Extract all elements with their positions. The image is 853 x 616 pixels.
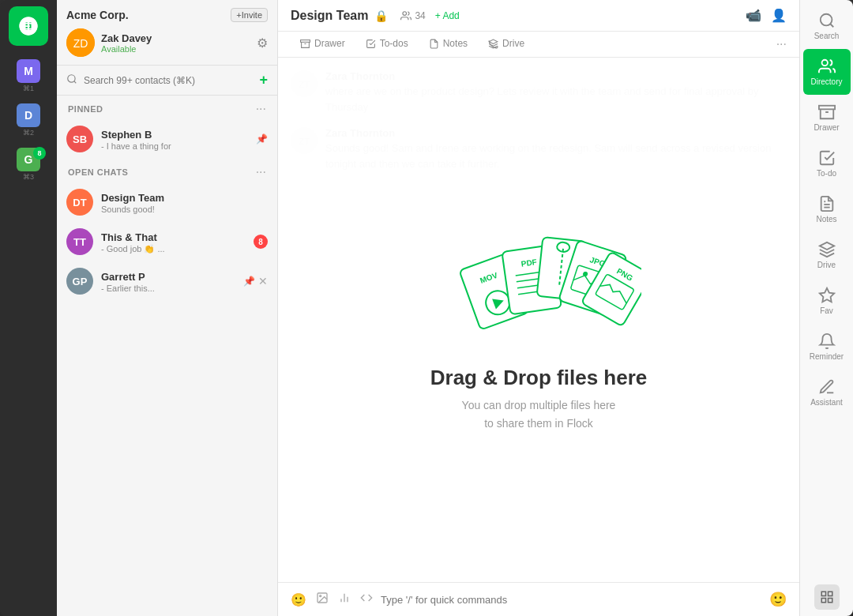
right-panel-directory[interactable]: Directory <box>803 49 851 95</box>
tab-notes-label: Notes <box>443 38 468 49</box>
drag-drop-subtitle: You can drop multiple files here to shar… <box>462 396 616 432</box>
workspace-g-shortcut: ⌘3 <box>23 173 34 181</box>
svg-text:ZD: ZD <box>73 37 88 50</box>
svg-point-39 <box>821 60 827 66</box>
stephen-meta: 📌 <box>256 133 268 145</box>
this-that-badge: 8 <box>254 235 268 249</box>
garrett-avatar: GP <box>66 268 93 295</box>
right-panel-reminder[interactable]: Reminder <box>803 324 851 370</box>
open-chats-more-icon[interactable]: ··· <box>256 165 266 179</box>
tab-notes[interactable]: Notes <box>419 32 477 57</box>
workspace-m[interactable]: M ⌘1 <box>8 55 49 96</box>
right-panel-search-label: Search <box>814 32 840 40</box>
members-count: 34 <box>415 10 425 21</box>
this-that-name: This & That <box>101 231 157 243</box>
workspace-m-avatar: M <box>17 59 40 83</box>
open-chats-list: DT Design Team Sounds good! TT This & Th… <box>57 182 277 301</box>
right-panel-drive[interactable]: Drive <box>803 232 851 278</box>
tab-drive[interactable]: Drive <box>479 32 534 57</box>
search-input[interactable] <box>84 75 253 86</box>
svg-point-5 <box>403 11 407 15</box>
invite-button[interactable]: +Invite <box>231 8 268 22</box>
right-panel-drawer[interactable]: Drawer <box>803 95 851 141</box>
pinned-list: SB Stephen B - I have a thing for 📌 <box>57 119 277 159</box>
user-avatar: ZD <box>66 28 95 57</box>
workspace-g[interactable]: 8 G ⌘3 <box>8 144 49 185</box>
svg-rect-40 <box>818 106 834 110</box>
attachment-icon[interactable] <box>316 592 329 607</box>
garrett-meta: 📌 ✕ <box>243 275 268 287</box>
search-bar: + <box>57 66 277 96</box>
chat-input[interactable] <box>381 594 761 606</box>
stephen-avatar: SB <box>66 126 93 152</box>
add-member-button[interactable]: + Add <box>435 10 460 21</box>
emoji-button[interactable]: 🙂 <box>769 591 787 608</box>
drag-drop-illustration: MOV PDF <box>436 208 641 350</box>
garrett-name: Garrett P <box>101 271 145 283</box>
garrett-preview: - Earlier this... <box>101 284 235 293</box>
right-panel-fav-label: Fav <box>820 306 833 315</box>
tabs-more-icon[interactable]: ··· <box>776 37 787 51</box>
garrett-close-icon[interactable]: ✕ <box>258 275 268 287</box>
grid-button[interactable] <box>814 584 840 610</box>
chart-icon[interactable] <box>338 592 351 607</box>
open-chats-title: OPEN CHATS <box>68 167 128 177</box>
tab-drive-label: Drive <box>502 38 524 49</box>
svg-line-38 <box>830 24 833 27</box>
svg-rect-6 <box>301 39 310 42</box>
app-window: M ⌘1 D ⌘2 8 G ⌘3 Acme Corp. +Invite ZD <box>0 0 853 616</box>
this-that-meta: 8 <box>254 235 268 249</box>
stephen-pin-icon: 📌 <box>256 133 268 145</box>
right-panel-fav[interactable]: Fav <box>803 278 851 324</box>
workspace-g-badge: 8 <box>33 147 46 160</box>
design-team-avatar: DT <box>66 189 93 216</box>
chat-input-area: 🙂 🙂 <box>278 582 799 616</box>
open-chats-section-header: OPEN CHATS ··· <box>57 159 277 182</box>
tab-drawer[interactable]: Drawer <box>291 32 355 57</box>
chat-item-design-team[interactable]: DT Design Team Sounds good! <box>57 182 277 222</box>
tab-todos[interactable]: To-dos <box>356 32 418 57</box>
add-contact-button[interactable]: + <box>259 72 268 88</box>
right-panel-directory-label: Directory <box>810 77 842 86</box>
channel-lock-icon: 🔒 <box>374 9 388 22</box>
workspace-d-avatar: D <box>17 103 40 127</box>
user-status: Available <box>101 44 250 54</box>
chat-item-this-that[interactable]: TT This & That - Good job 👏 ... 8 <box>57 222 277 261</box>
user-details: Zak Davey Available <box>101 32 250 54</box>
svg-rect-46 <box>828 592 832 595</box>
chat-area: ZT Zara Thornton where are we on the pro… <box>278 58 799 582</box>
chat-item-garrett[interactable]: GP Garrett P - Earlier this... 📌 ✕ <box>57 261 277 301</box>
channel-header: Design Team 🔒 34 + Add 📹 👤 <box>278 0 799 32</box>
workspace-d-shortcut: ⌘2 <box>23 129 34 137</box>
settings-icon[interactable]: ⚙ <box>257 36 268 51</box>
app-logo[interactable] <box>9 6 48 46</box>
right-panel-notes[interactable]: Notes <box>803 186 851 232</box>
this-that-avatar: TT <box>66 228 93 255</box>
channel-members: 34 <box>400 10 425 21</box>
pinned-item-stephen[interactable]: SB Stephen B - I have a thing for 📌 <box>57 119 277 159</box>
channel-header-icons: 📹 👤 <box>746 8 787 23</box>
right-panel: Search Directory Drawer To-do Notes Driv… <box>799 0 853 616</box>
right-panel-assistant[interactable]: Assistant <box>803 370 851 415</box>
right-panel-drive-label: Drive <box>817 261 836 269</box>
add-member-icon[interactable]: 👤 <box>771 8 787 23</box>
code-icon[interactable] <box>360 592 373 607</box>
design-team-content: Design Team Sounds good! <box>101 190 268 214</box>
input-left-icons: 🙂 <box>291 592 373 607</box>
company-name-row: Acme Corp. +Invite <box>66 8 268 22</box>
svg-rect-47 <box>821 599 825 603</box>
workspace-d[interactable]: D ⌘2 <box>8 100 49 141</box>
user-info: ZD Zak Davey Available ⚙ <box>66 28 268 57</box>
video-call-icon[interactable]: 📹 <box>746 8 761 23</box>
emoji-icon[interactable]: 🙂 <box>291 592 306 607</box>
main-content: Design Team 🔒 34 + Add 📹 👤 Drawer To-dos <box>278 0 799 616</box>
pinned-more-icon[interactable]: ··· <box>256 102 266 116</box>
svg-point-33 <box>320 595 321 597</box>
icon-bar: M ⌘1 D ⌘2 8 G ⌘3 <box>0 0 57 616</box>
right-panel-todo[interactable]: To-do <box>803 141 851 186</box>
stephen-preview: - I have a thing for <box>101 141 248 151</box>
svg-point-3 <box>68 74 75 81</box>
drag-drop-overlay: MOV PDF <box>278 58 799 582</box>
design-team-name: Design Team <box>101 192 164 204</box>
right-panel-search[interactable]: Search <box>803 3 851 49</box>
